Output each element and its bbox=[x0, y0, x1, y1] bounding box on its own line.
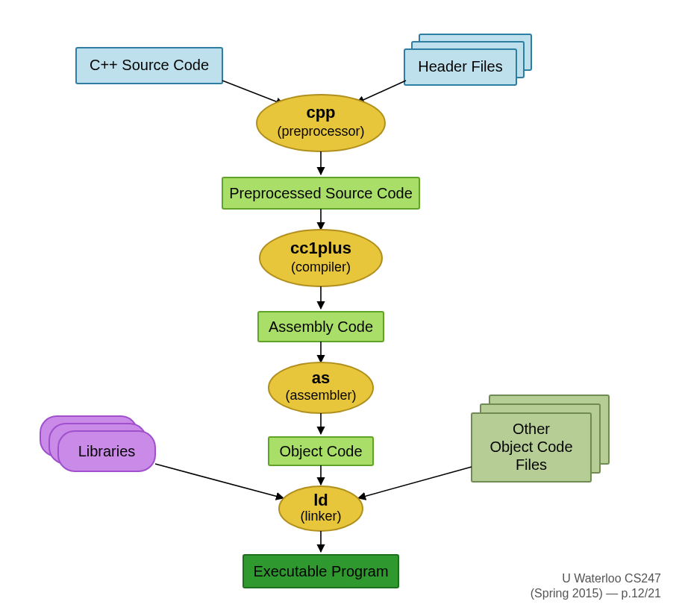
node-cc1plus-compiler: cc1plus (compiler) bbox=[260, 230, 382, 286]
edge-libraries-to-ld bbox=[155, 464, 284, 498]
label-preprocessed: Preprocessed Source Code bbox=[229, 185, 413, 201]
node-as-assembler: as (assembler) bbox=[269, 362, 373, 413]
label-as-title: as bbox=[312, 368, 330, 387]
label-as-subtitle: (assembler) bbox=[285, 388, 356, 403]
label-executable: Executable Program bbox=[253, 563, 388, 579]
node-cpp-preprocessor: cpp (preprocessor) bbox=[257, 95, 385, 151]
node-assembly-code: Assembly Code bbox=[258, 312, 384, 342]
label-cc1plus-title: cc1plus bbox=[290, 239, 351, 257]
attribution-line2: (Spring 2015) — p.12/21 bbox=[531, 586, 661, 601]
attribution-block: U Waterloo CS247 (Spring 2015) — p.12/21 bbox=[531, 571, 661, 601]
node-preprocessed-source: Preprocessed Source Code bbox=[222, 177, 419, 209]
label-assembly: Assembly Code bbox=[269, 318, 373, 335]
label-source-code: C++ Source Code bbox=[90, 57, 209, 73]
edge-otherobj-to-ld bbox=[358, 467, 472, 498]
node-executable-program: Executable Program bbox=[243, 555, 398, 588]
label-header-files: Header Files bbox=[418, 58, 502, 75]
node-libraries: Libraries bbox=[40, 416, 155, 471]
label-ld-title: ld bbox=[313, 491, 328, 509]
node-other-object-files: Other Object Code Files bbox=[472, 395, 609, 482]
node-source-code: C++ Source Code bbox=[76, 48, 222, 84]
label-other-objects-line3: Files bbox=[516, 456, 547, 473]
edge-headers-to-cpp bbox=[357, 81, 406, 103]
label-other-objects-line2: Object Code bbox=[489, 439, 572, 455]
label-cc1plus-subtitle: (compiler) bbox=[291, 260, 351, 274]
attribution-line1: U Waterloo CS247 bbox=[531, 571, 661, 586]
label-cpp-subtitle: (preprocessor) bbox=[277, 124, 364, 139]
node-ld-linker: ld (linker) bbox=[279, 486, 363, 531]
edge-source-to-cpp bbox=[222, 81, 284, 104]
node-object-code: Object Code bbox=[269, 437, 373, 465]
label-libraries: Libraries bbox=[78, 443, 136, 459]
compilation-pipeline-diagram: C++ Source Code Header Files cpp (prepro… bbox=[0, 0, 682, 616]
label-cpp-title: cpp bbox=[306, 103, 335, 122]
label-ld-subtitle: (linker) bbox=[300, 509, 341, 524]
node-header-files: Header Files bbox=[404, 34, 531, 85]
label-other-objects-line1: Other bbox=[513, 421, 550, 437]
label-object: Object Code bbox=[279, 443, 362, 459]
